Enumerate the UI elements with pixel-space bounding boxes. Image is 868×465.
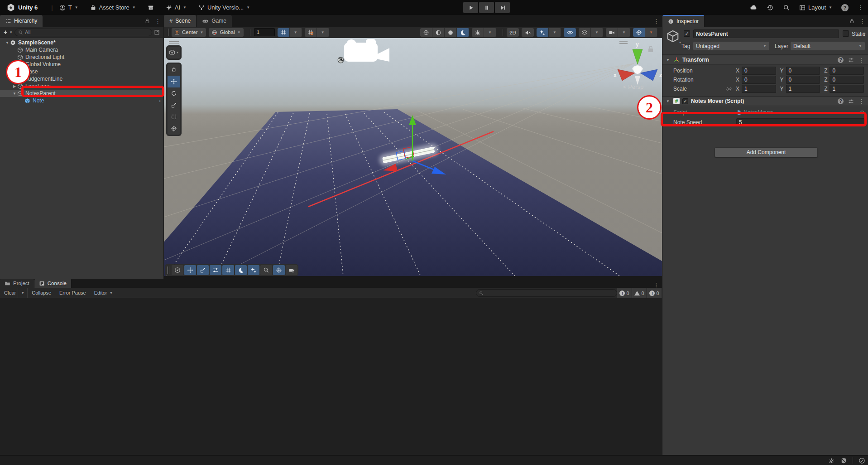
layers-button[interactable] [579,28,591,37]
lighting-overlay-button[interactable] [235,265,247,275]
audio-mute-button[interactable] [522,28,534,37]
hierarchy-item-directional-light[interactable]: Directional Light [0,53,163,61]
shading-wireframe-button[interactable] [420,28,432,37]
scene-camera-dropdown[interactable]: ▼ [618,28,630,37]
scale-tool-button[interactable] [168,99,180,111]
notes-mover-component-header[interactable]: ▼ # ✓ Notes Mover (Script) ? ⋮ [662,96,868,106]
lock-icon[interactable] [849,18,855,24]
view-tool-button[interactable] [168,64,180,76]
kebab-menu-icon[interactable]: ⋮ [858,4,863,11]
grid-snap-dropdown[interactable]: ▼ [290,28,302,37]
kebab-menu-icon[interactable]: ⋮ [653,18,659,24]
perspective-label[interactable]: < Persp [623,83,643,90]
grid-size-field[interactable]: 1 [254,28,275,36]
collapse-button[interactable]: Collapse [28,288,55,298]
transform-component-header[interactable]: ▼ Transform ? ⋮ [662,55,868,65]
gameobject-name-field[interactable]: NotesParent [693,29,839,38]
cloud-icon[interactable] [750,4,758,11]
scene-camera-button[interactable] [606,28,618,37]
foldout-icon[interactable]: ▶ [12,84,17,88]
create-button[interactable]: + [4,29,7,36]
error-count-toggle[interactable]: !0 [647,288,662,298]
search-icon[interactable] [783,4,790,11]
kebab-menu-icon[interactable]: ⋮ [155,18,161,24]
rect-tool-button[interactable] [168,111,180,123]
component-enabled-checkbox[interactable]: ✓ [682,98,688,104]
static-dropdown[interactable]: ▼ [863,32,866,36]
console-search-input[interactable] [476,289,617,297]
editor-dropdown[interactable]: Editor▼ [90,288,117,298]
gizmos-dropdown[interactable]: ▼ [645,28,657,37]
open-window-icon[interactable] [154,29,160,35]
debug-draw-dropdown[interactable]: ▼ [484,28,496,37]
search-overlay-button[interactable] [260,265,272,275]
scale-y-field[interactable]: 1 [786,85,820,93]
chevron-down-icon[interactable]: ▼ [9,30,13,34]
position-y-field[interactable]: 0 [786,67,820,75]
active-checkbox[interactable]: ✓ [684,30,690,37]
rotation-y-field[interactable]: 0 [786,76,820,84]
scene-viewport[interactable]: y x z < Persp ▼ [164,38,662,276]
effects-toggle-button[interactable] [537,28,549,37]
cache-server-status-icon[interactable] [840,457,847,464]
camera-overlay-button[interactable] [286,265,297,275]
note-speed-field[interactable]: 5 [736,118,864,126]
grid-snap-button[interactable] [278,28,290,37]
move-tool-button[interactable] [168,76,180,87]
grid-overlay-button[interactable] [222,265,234,275]
rotation-x-field[interactable]: 0 [742,76,776,84]
orientation-overlay-button[interactable] [172,265,183,275]
tab-project[interactable]: Project [0,279,34,288]
shading-shaded-wireframe-button[interactable] [432,28,445,37]
play-button[interactable] [463,2,478,13]
kebab-menu-icon[interactable]: ⋮ [858,98,864,105]
version-control-menu[interactable]: Unity Versio...▼ [198,4,250,11]
warning-count-toggle[interactable]: 0 [632,288,647,298]
step-button[interactable] [495,2,510,13]
kebab-menu-icon[interactable]: ⋮ [859,18,865,24]
tool-handle-rotation-dropdown[interactable]: Global▼ [209,28,243,37]
help-icon[interactable]: ? [838,57,844,63]
effects-overlay-button[interactable] [248,265,259,275]
prefab-open-chevron[interactable]: › [159,98,161,103]
lock-icon[interactable] [144,18,150,24]
tools-overlay-button[interactable] [184,265,196,275]
hierarchy-item-lanelines[interactable]: ▶LaneLines [0,82,163,90]
tag-dropdown[interactable]: Untagged▼ [693,42,769,50]
info-count-toggle[interactable]: !0 [617,288,632,298]
tab-hierarchy[interactable]: Hierarchy [0,15,43,27]
presets-icon[interactable] [848,57,854,63]
grid-visibility-dropdown[interactable]: ▼ [317,28,329,37]
debug-draw-mode-button[interactable] [472,28,484,37]
activity-status-icon[interactable] [858,457,865,464]
kebab-menu-icon[interactable]: ⋮ [653,281,659,288]
scene-visibility-button[interactable] [564,28,576,37]
debugger-status-icon[interactable] [828,457,835,464]
pause-button[interactable] [479,2,494,13]
object-picker-icon[interactable]: ⊙ [860,109,864,116]
overlay-drag-handle[interactable] [166,41,182,44]
grid-visibility-button[interactable] [305,28,317,37]
2d-toggle-button[interactable]: 2D [507,28,519,37]
rotation-z-field[interactable]: 0 [830,76,864,84]
toolbar-drag-handle[interactable] [168,29,170,36]
foldout-icon[interactable]: ▼ [665,99,671,103]
tab-inspector[interactable]: Inspector [662,15,705,27]
error-pause-button[interactable]: Error Pause [55,288,90,298]
foldout-icon[interactable]: ▼ [12,92,17,96]
add-component-button[interactable]: Add Component [715,147,818,157]
static-checkbox[interactable] [843,30,849,37]
foldout-icon[interactable]: ▼ [5,41,10,45]
tool-context-dropdown[interactable]: ▼ [168,47,180,58]
package-manager-button[interactable] [148,5,154,11]
gameobject-cube-icon[interactable] [666,29,680,43]
snap-settings-overlay-button[interactable] [210,265,221,275]
layer-dropdown[interactable]: Default▼ [791,42,865,50]
hierarchy-item-samplescene-[interactable]: ▼SampleScene* [0,39,163,46]
layout-dropdown[interactable]: Layout▼ [799,4,832,11]
transform-tool-button[interactable] [168,123,180,135]
transform-overlay-button[interactable] [273,265,285,275]
hierarchy-search-input[interactable]: All [14,29,152,36]
history-icon[interactable] [767,4,774,11]
kebab-menu-icon[interactable]: ⋮ [858,57,864,63]
